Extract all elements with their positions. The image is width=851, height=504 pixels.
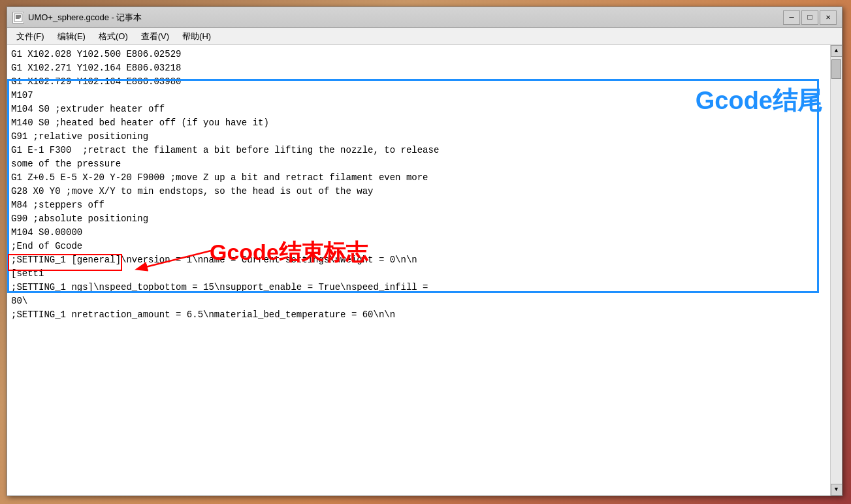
menu-help[interactable]: 帮助(H) [176, 29, 217, 44]
scroll-up-button[interactable]: ▲ [831, 45, 843, 57]
menu-bar: 文件(F) 编辑(E) 格式(O) 查看(V) 帮助(H) [7, 28, 842, 45]
scroll-track[interactable] [831, 57, 842, 484]
scroll-down-button[interactable]: ▼ [831, 484, 843, 496]
scroll-thumb[interactable] [831, 59, 841, 79]
menu-file[interactable]: 文件(F) [10, 29, 51, 44]
menu-format[interactable]: 格式(O) [92, 29, 135, 44]
window-controls: — □ ✕ [783, 10, 837, 25]
window-title: UMO+_sphere.gcode - 记事本 [28, 12, 142, 24]
svg-rect-0 [14, 14, 22, 22]
title-bar-left: UMO+_sphere.gcode - 记事本 [12, 12, 142, 24]
notepad-window: UMO+_sphere.gcode - 记事本 — □ ✕ 文件(F) 编辑(E… [7, 7, 843, 496]
app-icon [12, 12, 24, 24]
content-area: G1 X102.028 Y102.500 E806.02529 G1 X102.… [7, 45, 842, 496]
maximize-button[interactable]: □ [801, 10, 818, 25]
minimize-button[interactable]: — [783, 10, 800, 25]
menu-view[interactable]: 查看(V) [135, 29, 176, 44]
menu-edit[interactable]: 编辑(E) [51, 29, 92, 44]
vertical-scrollbar[interactable]: ▲ ▼ [830, 45, 842, 496]
close-button[interactable]: ✕ [820, 10, 837, 25]
text-content[interactable]: G1 X102.028 Y102.500 E806.02529 G1 X102.… [7, 45, 830, 496]
title-bar: UMO+_sphere.gcode - 记事本 — □ ✕ [7, 7, 842, 28]
